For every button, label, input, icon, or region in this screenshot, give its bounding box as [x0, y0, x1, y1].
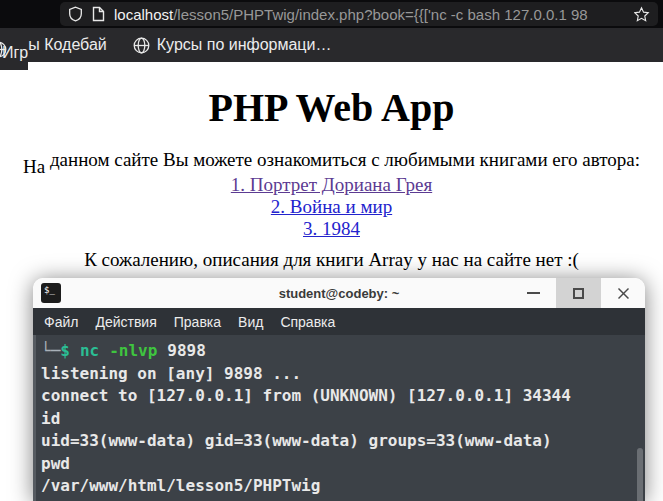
bookmark-item-igry-kodebay[interactable]: Игры Кодебай — [2, 36, 107, 54]
terminal-line: connect to [127.0.0.1] from (UNKNOWN) [1… — [41, 385, 639, 408]
book-link-1[interactable]: 1. Портрет Дориана Грея — [0, 174, 663, 196]
minimize-icon — [527, 292, 540, 294]
terminal-window: $_ student@codeby: ~ Файл Действия Правк… — [33, 278, 645, 501]
terminal-line: uid=33(www-data) gid=33(www-data) groups… — [41, 430, 639, 453]
command-flag: -nlvp — [109, 341, 157, 360]
url-host: localhost — [114, 6, 173, 23]
bookmark-star-icon[interactable] — [633, 6, 650, 23]
maximize-icon — [573, 288, 584, 299]
close-button[interactable] — [601, 278, 645, 308]
terminal-scrollbar-thumb[interactable] — [637, 448, 643, 501]
terminal-line: /var/www/html/lesson5/PHPTwig — [41, 475, 639, 498]
globe-icon — [133, 37, 150, 54]
page-icon[interactable] — [92, 6, 105, 22]
shield-icon[interactable] — [68, 6, 83, 22]
book-links: 1. Портрет Дориана Грея 2. Война и мир 3… — [0, 174, 663, 240]
terminal-line-partial: Ac — [41, 498, 639, 501]
page-title: PHP Web App — [0, 84, 663, 131]
intro-paragraph: На данном сайте Вы можете ознакомиться с… — [0, 149, 663, 171]
terminal-prompt-line: └─$nc-nlvp9898 — [41, 340, 639, 363]
menu-view[interactable]: Вид — [238, 314, 263, 330]
terminal-titlebar[interactable]: $_ student@codeby: ~ — [33, 278, 645, 308]
bookmarks-bar: Игры Кодебай Курсы по информаци… — [0, 28, 663, 62]
terminal-line: listening on [any] 9898 ... — [41, 363, 639, 386]
menu-actions[interactable]: Действия — [95, 314, 156, 330]
browser-toolbar: localhost/lesson5/PHPTwig/index.php?book… — [0, 0, 663, 28]
bookmark-item-kursy[interactable]: Курсы по информаци… — [133, 36, 332, 54]
bookmark-label: Игры Кодебай — [2, 36, 107, 54]
command-name: nc — [80, 341, 99, 360]
bookmark-label-suffix: ы Кодебай — [28, 36, 107, 53]
intro-rest: данном сайте Вы можете ознакомиться с лю… — [50, 149, 640, 170]
minimize-button[interactable] — [511, 278, 556, 308]
menu-edit[interactable]: Правка — [174, 314, 221, 330]
url-bar[interactable]: localhost/lesson5/PHPTwig/index.php?book… — [60, 2, 658, 26]
intro-first-word: На — [23, 156, 45, 178]
url-path: /lesson5/PHPTwig/index.php?book={{['nc -… — [173, 6, 587, 23]
close-icon — [617, 287, 630, 300]
command-arg: 9898 — [167, 341, 206, 360]
terminal-line: id — [41, 408, 639, 431]
screenshot-root: localhost/lesson5/PHPTwig/index.php?book… — [0, 0, 663, 501]
bookmark-label-prefix: Игр — [2, 44, 28, 62]
bookmark-label: Курсы по информаци… — [157, 36, 332, 54]
sorry-message: К сожалению, описания для книги Array у … — [0, 249, 663, 271]
terminal-output[interactable]: └─$nc-nlvp9898 listening on [any] 9898 .… — [33, 335, 645, 501]
terminal-line: pwd — [41, 453, 639, 476]
prompt-tail: └─ — [41, 341, 60, 360]
maximize-button[interactable] — [556, 278, 601, 308]
bookmarks-bar-notch — [0, 62, 28, 70]
prompt-symbol: $ — [60, 341, 70, 360]
book-link-2[interactable]: 2. Война и мир — [0, 196, 663, 218]
book-link-3[interactable]: 3. 1984 — [0, 218, 663, 240]
terminal-menubar: Файл Действия Правка Вид Справка — [33, 308, 645, 335]
menu-help[interactable]: Справка — [280, 314, 335, 330]
url-text[interactable]: localhost/lesson5/PHPTwig/index.php?book… — [114, 6, 624, 23]
menu-file[interactable]: Файл — [44, 314, 78, 330]
